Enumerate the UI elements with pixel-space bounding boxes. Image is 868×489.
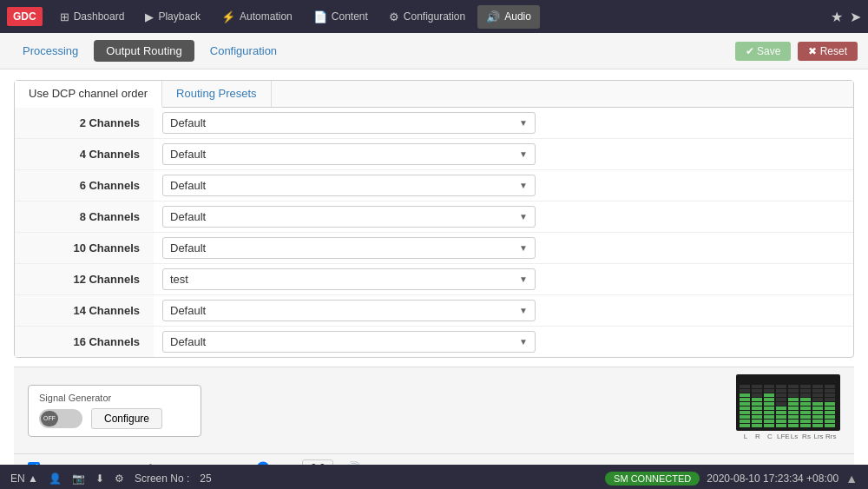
tab-configuration[interactable]: Configuration xyxy=(198,40,289,62)
channel-select[interactable]: Default ▼ xyxy=(162,175,536,196)
user-icon[interactable]: 👤 xyxy=(49,472,62,485)
card-tab-presets[interactable]: Routing Presets xyxy=(162,81,272,107)
configure-button[interactable]: Configure xyxy=(91,408,162,429)
chevron-down-icon: ▼ xyxy=(519,337,528,347)
vu-bar-dark-segment xyxy=(740,389,750,393)
nav-playback[interactable]: ▶ Playback xyxy=(136,5,209,29)
content-icon: 📄 xyxy=(313,10,327,23)
signal-generator-box: Signal Generator OFF Configure xyxy=(28,385,201,437)
channel-select[interactable]: Default ▼ xyxy=(162,237,536,259)
gdc-logo: GDC xyxy=(7,7,43,26)
dashboard-icon: ⊞ xyxy=(60,10,69,23)
channel-select-value: Default xyxy=(170,148,206,161)
channel-label: 14 Channels xyxy=(15,295,154,327)
save-button[interactable]: ✔ Save xyxy=(735,42,792,61)
vu-bar-green-segment xyxy=(788,402,799,406)
vu-bar-green-segment xyxy=(788,424,799,427)
vu-bar-green-segment xyxy=(800,406,811,410)
signal-generator-toggle[interactable]: OFF xyxy=(39,409,82,428)
channel-select[interactable]: Default ▼ xyxy=(162,206,536,228)
tab-output-routing[interactable]: Output Routing xyxy=(94,40,194,62)
chevron-down-icon: ▼ xyxy=(519,149,528,159)
vu-bar-green-segment xyxy=(740,402,750,406)
info-icon: ℹ xyxy=(148,462,153,466)
vu-bar-green-segment xyxy=(776,415,786,419)
vu-bar-dark-segment xyxy=(788,389,799,393)
nav-content-label: Content xyxy=(332,10,368,23)
routing-card: Use DCP channel order Routing Presets 2 … xyxy=(14,80,854,358)
tab-processing[interactable]: Processing xyxy=(10,40,90,62)
channel-select[interactable]: test ▼ xyxy=(162,268,536,290)
vu-bar-green-segment xyxy=(812,415,823,419)
vu-bar-green-segment xyxy=(752,424,762,427)
vu-bar-green-segment xyxy=(764,402,774,406)
channel-select[interactable]: Default ▼ xyxy=(162,112,536,134)
vu-bar-green-segment xyxy=(788,411,799,414)
vu-bar-green-segment xyxy=(752,402,762,406)
vu-channel-label: Rs xyxy=(801,433,812,440)
channel-label: 2 Channels xyxy=(15,108,154,139)
vu-bar-green-segment xyxy=(812,420,823,423)
download-icon: ⬇ xyxy=(95,472,104,485)
playback-icon: ▶ xyxy=(145,10,154,23)
config-icon: ⚙ xyxy=(389,10,399,23)
nav-audio[interactable]: 🔊 Audio xyxy=(477,5,540,29)
vu-bar-green-segment xyxy=(788,420,799,423)
channel-label: 4 Channels xyxy=(15,139,154,170)
exit-icon[interactable]: ➤ xyxy=(850,9,861,25)
status-arrow-icon: ▲ xyxy=(845,472,858,486)
vu-bar-green-segment xyxy=(825,415,835,419)
vu-bar-dark-segment xyxy=(764,385,774,388)
vu-bar-green-segment xyxy=(800,424,811,427)
nav-content[interactable]: 📄 Content xyxy=(305,5,377,29)
vu-bar-dark-segment xyxy=(752,393,762,397)
screen-no-label: Screen No : xyxy=(135,472,189,485)
share-icon[interactable]: ★ xyxy=(831,9,843,25)
settings-icon[interactable]: ⚙ xyxy=(115,472,124,485)
reset-button[interactable]: ✖ Reset xyxy=(798,42,858,61)
vu-bar-green-segment xyxy=(788,406,799,410)
statusbar: EN ▲ 👤 📷 ⬇ ⚙ Screen No : 25 SM CONNECTED… xyxy=(0,465,868,489)
channel-select[interactable]: Default ▼ xyxy=(162,300,536,321)
channel-label: 6 Channels xyxy=(15,170,154,202)
vu-bar-dark-segment xyxy=(752,389,762,393)
vu-bar-green-segment xyxy=(788,398,799,401)
card-tab-dcp[interactable]: Use DCP channel order xyxy=(15,81,162,108)
vu-bar-column xyxy=(812,385,823,427)
nav-configuration-label: Configuration xyxy=(404,10,465,23)
channel-select[interactable]: Default ▼ xyxy=(162,331,536,353)
vu-bar-green-segment xyxy=(800,420,811,423)
table-row: 2 Channels Default ▼ xyxy=(15,108,853,139)
nav-dashboard[interactable]: ⊞ Dashboard xyxy=(51,5,134,29)
enable-processing-checkbox[interactable] xyxy=(28,462,40,465)
vu-bar-green-segment xyxy=(776,420,786,423)
nav-automation[interactable]: ⚡ Automation xyxy=(213,5,301,29)
vu-bar-dark-segment xyxy=(825,385,835,388)
subtabs: Processing Output Routing Configuration … xyxy=(0,33,868,69)
channel-select[interactable]: Default ▼ xyxy=(162,143,536,165)
enable-processing-label[interactable]: Enable Processing xyxy=(28,462,138,466)
vu-bar-green-segment xyxy=(740,406,750,410)
chevron-down-icon: ▼ xyxy=(519,274,528,284)
vu-bar-column xyxy=(752,385,762,427)
channel-select-cell: Default ▼ xyxy=(154,327,853,358)
language-selector[interactable]: EN ▲ xyxy=(10,472,38,485)
vu-bar-dark-segment xyxy=(800,393,811,397)
channel-label: 12 Channels xyxy=(15,264,154,295)
nav-configuration[interactable]: ⚙ Configuration xyxy=(380,5,474,29)
table-row: 4 Channels Default ▼ xyxy=(15,139,853,170)
channel-select-value: Default xyxy=(170,179,206,192)
channel-select-cell: Default ▼ xyxy=(154,170,853,202)
vu-bar-dark-segment xyxy=(812,398,823,401)
signal-generator-title: Signal Generator xyxy=(39,393,190,403)
vu-bar-green-segment xyxy=(825,411,835,414)
nav-dashboard-label: Dashboard xyxy=(74,10,125,23)
vu-bar-green-segment xyxy=(740,393,750,397)
vu-bar-green-segment xyxy=(812,402,823,406)
channel-select-value: Default xyxy=(170,116,206,129)
volume-icon[interactable]: 🔊 xyxy=(344,460,361,466)
table-row: 16 Channels Default ▼ xyxy=(15,327,853,358)
channel-select-value: test xyxy=(170,273,188,286)
channel-select-cell: Default ▼ xyxy=(154,233,853,264)
vu-bar-green-segment xyxy=(740,420,750,423)
